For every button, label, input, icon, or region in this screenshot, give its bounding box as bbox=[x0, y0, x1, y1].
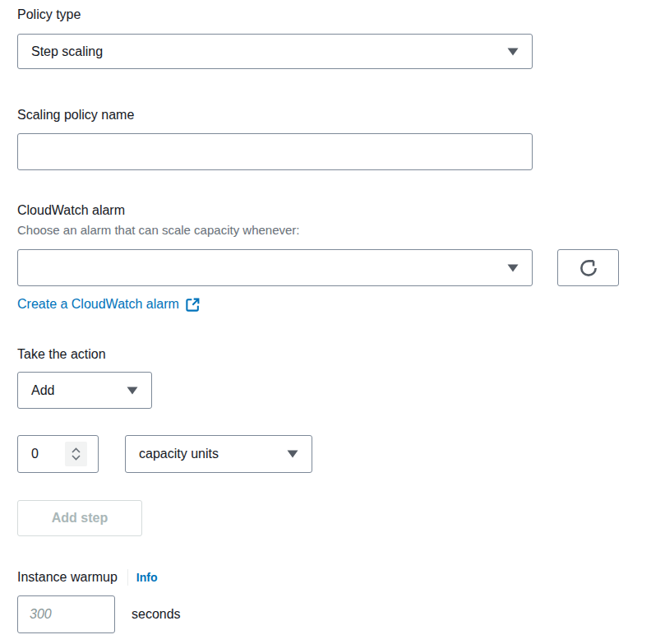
chevron-down-icon bbox=[71, 454, 81, 461]
cloudwatch-alarm-select[interactable] bbox=[17, 249, 533, 286]
instance-warmup-row: seconds bbox=[17, 595, 651, 633]
caret-down-icon bbox=[507, 264, 519, 272]
caret-down-icon bbox=[287, 450, 298, 458]
caret-down-icon bbox=[127, 387, 138, 395]
instance-warmup-label: Instance warmup bbox=[17, 568, 118, 586]
take-the-action-label: Take the action bbox=[17, 346, 651, 362]
create-cloudwatch-alarm-link-label: Create a CloudWatch alarm bbox=[17, 295, 179, 313]
caret-down-icon bbox=[507, 48, 519, 56]
external-link-icon bbox=[185, 297, 201, 313]
cloudwatch-alarm-description: Choose an alarm that can scale capacity … bbox=[17, 223, 651, 237]
policy-type-label: Policy type bbox=[17, 7, 651, 22]
refresh-icon bbox=[578, 257, 599, 279]
refresh-alarms-button[interactable] bbox=[557, 249, 619, 286]
policy-name-label: Scaling policy name bbox=[17, 107, 651, 123]
add-step-button[interactable]: Add step bbox=[17, 500, 142, 536]
step-amount-row: capacity units bbox=[17, 435, 651, 473]
cloudwatch-alarm-label: CloudWatch alarm bbox=[17, 202, 651, 218]
label-divider bbox=[127, 569, 128, 586]
capacity-units-select[interactable]: capacity units bbox=[125, 435, 312, 473]
amount-spinner[interactable] bbox=[65, 442, 87, 466]
step-scaling-form: Policy type Step scaling Scaling policy … bbox=[0, 0, 651, 633]
instance-warmup-input[interactable] bbox=[17, 595, 115, 633]
create-cloudwatch-alarm-link[interactable]: Create a CloudWatch alarm bbox=[17, 295, 201, 313]
cloudwatch-alarm-field: CloudWatch alarm Choose an alarm that ca… bbox=[17, 202, 651, 313]
instance-warmup-field: Instance warmup Info seconds bbox=[17, 568, 651, 633]
policy-type-field: Policy type Step scaling bbox=[17, 7, 651, 69]
instance-warmup-unit: seconds bbox=[132, 607, 181, 622]
amount-input[interactable] bbox=[18, 447, 58, 461]
cloudwatch-alarm-row bbox=[17, 249, 651, 286]
action-select[interactable]: Add bbox=[17, 372, 152, 409]
take-the-action-field: Take the action Add bbox=[17, 346, 651, 409]
policy-type-selected-value: Step scaling bbox=[31, 44, 103, 59]
instance-warmup-info-link[interactable]: Info bbox=[136, 571, 158, 584]
policy-name-input[interactable] bbox=[17, 133, 533, 170]
policy-type-select[interactable]: Step scaling bbox=[17, 34, 533, 69]
instance-warmup-header: Instance warmup Info bbox=[17, 568, 651, 586]
action-selected-value: Add bbox=[31, 383, 54, 398]
chevron-up-icon bbox=[71, 447, 81, 454]
policy-name-field: Scaling policy name bbox=[17, 107, 651, 170]
capacity-units-selected-value: capacity units bbox=[139, 447, 219, 461]
amount-stepper bbox=[17, 435, 99, 473]
